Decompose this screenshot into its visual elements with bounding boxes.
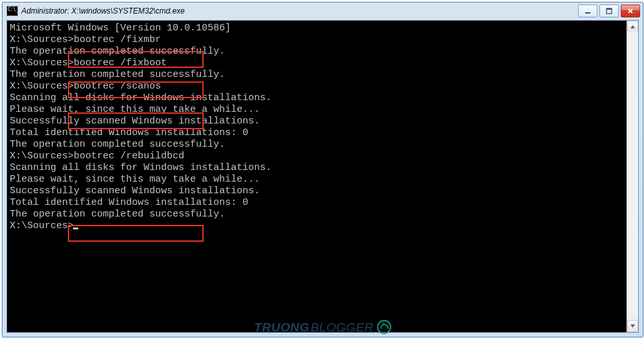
titlebar[interactable]: Administrator: X:\windows\SYSTEM32\cmd.e… [3,3,643,19]
output-line: Successfully scanned Windows installatio… [10,116,627,127]
watermark-logo: TRUONGBLOGGER [254,320,391,334]
svg-rect-0 [585,12,590,14]
minimize-button[interactable] [578,5,597,17]
close-button[interactable] [621,5,640,17]
vertical-scrollbar[interactable] [627,21,638,332]
command-line: X:\Sources>bootrec /fixmbr [10,34,627,46]
output-line: Please wait, since this may take a while… [10,174,627,185]
output-line: The operation completed successfully. [10,69,627,81]
watermark-text-bold: TRUONG [254,321,309,333]
watermark-icon [377,320,391,334]
terminal-output[interactable]: Microsoft Windows [Version 10.0.10586]X:… [7,21,627,332]
output-line: Please wait, since this may take a while… [10,104,627,116]
output-line: The operation completed successfully. [10,46,627,58]
output-line: Total identified Windows installations: … [10,127,627,139]
window-controls [578,5,640,17]
command-line: X:\Sources>bootrec /fixboot [10,58,627,69]
cmd-icon [6,6,18,16]
version-line: Microsoft Windows [Version 10.0.10586] [10,23,627,34]
cmd-window: Administrator: X:\windows\SYSTEM32\cmd.e… [2,2,643,337]
window-title: Administrator: X:\windows\SYSTEM32\cmd.e… [21,6,578,16]
output-line: Total identified Windows installations: … [10,197,627,209]
client-area: Microsoft Windows [Version 10.0.10586]X:… [6,20,639,333]
text-cursor [73,227,78,229]
scroll-down-button[interactable] [627,320,638,332]
command-line: X:\Sources>bootrec /rebuildbcd [10,151,627,162]
svg-rect-2 [606,8,612,10]
maximize-button[interactable] [599,5,619,17]
output-line: Scanning all disks for Windows installat… [10,162,627,174]
command-line: X:\Sources>bootrec /scanos [10,81,627,92]
output-line: The operation completed successfully. [10,139,627,151]
watermark-text-thin: BLOGGER [310,321,373,333]
scroll-track[interactable] [627,32,638,321]
prompt-line[interactable]: X:\Sources> [10,220,627,232]
output-line: The operation completed successfully. [10,209,627,220]
output-line: Successfully scanned Windows installatio… [10,185,627,197]
output-line: Scanning all disks for Windows installat… [10,92,627,104]
